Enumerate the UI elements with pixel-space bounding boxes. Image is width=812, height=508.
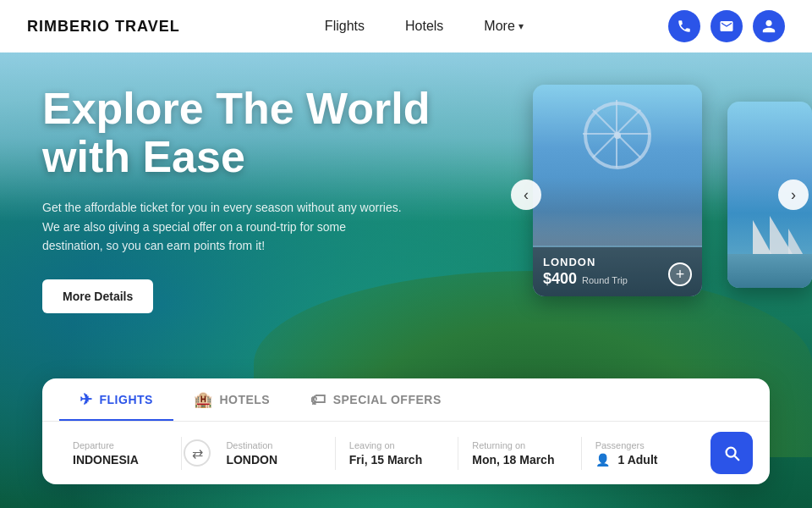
returning-value: Mon, 18 March (472, 453, 567, 467)
tab-special-offers[interactable]: 🏷 SPECIAL OFFERS (290, 378, 462, 421)
carousel-prev-button[interactable]: ‹ (511, 179, 541, 210)
destination-value: LONDON (226, 453, 321, 467)
swap-icon: ⇄ (192, 445, 203, 461)
search-bar: ✈ FLIGHTS 🏨 HOTELS 🏷 SPECIAL OFFERS Depa… (42, 378, 770, 484)
departure-field[interactable]: Departure INDONESIA (59, 437, 182, 470)
flights-tab-label: FLIGHTS (100, 393, 153, 406)
email-icon (719, 19, 734, 34)
hotels-tab-label: HOTELS (219, 393, 270, 406)
departure-label: Departure (73, 440, 167, 450)
returning-label: Returning on (472, 440, 567, 450)
search-icon (722, 444, 741, 462)
search-button[interactable] (710, 432, 753, 474)
swap-button[interactable]: ⇄ (184, 439, 211, 467)
hero-content: Explore The World with Ease Get the affo… (42, 85, 482, 313)
london-trip-type: Round Trip (582, 275, 628, 285)
sydney-water (727, 254, 812, 288)
offers-tab-label: SPECIAL OFFERS (333, 393, 442, 406)
chevron-down-icon: ▾ (518, 20, 524, 32)
nav-links: Flights Hotels More ▾ (325, 19, 524, 34)
leaving-label: Leaving on (349, 440, 444, 450)
phone-icon (677, 19, 692, 34)
passengers-value: 👤 1 Adult (595, 453, 690, 467)
leaving-value: Fri, 15 March (349, 453, 444, 467)
nav-link-hotels[interactable]: Hotels (405, 19, 443, 34)
carousel-card-london[interactable]: LONDON $400 Round Trip + (533, 85, 702, 296)
destination-label: Destination (226, 440, 321, 450)
email-button[interactable] (710, 10, 743, 42)
hotels-tab-icon: 🏨 (194, 390, 213, 409)
london-price: $400 (543, 270, 577, 288)
passengers-field[interactable]: Passengers 👤 1 Adult (582, 437, 704, 470)
user-icon (761, 19, 776, 34)
nav-icon-group (668, 10, 785, 42)
departure-value: INDONESIA (73, 453, 167, 467)
leaving-field[interactable]: Leaving on Fri, 15 March (336, 437, 458, 470)
sydney-opera-house (736, 216, 804, 258)
brand-logo: RIMBERIO TRAVEL (27, 18, 180, 36)
passenger-icon: 👤 (595, 453, 610, 467)
returning-field[interactable]: Returning on Mon, 18 March (458, 437, 581, 470)
passengers-label: Passengers (595, 440, 690, 450)
more-details-button[interactable]: More Details (42, 279, 153, 313)
user-button[interactable] (753, 10, 785, 42)
london-add-button[interactable]: + (668, 262, 692, 286)
search-tabs: ✈ FLIGHTS 🏨 HOTELS 🏷 SPECIAL OFFERS (42, 378, 770, 422)
destination-carousel: ‹ LON (508, 68, 812, 322)
tab-flights[interactable]: ✈ FLIGHTS (59, 378, 173, 421)
nav-link-flights[interactable]: Flights (325, 19, 365, 34)
nav-more-dropdown[interactable]: More ▾ (484, 19, 523, 34)
navbar: RIMBERIO TRAVEL Flights Hotels More ▾ (0, 0, 812, 52)
phone-button[interactable] (668, 10, 700, 42)
ferris-wheel-icon (584, 102, 651, 169)
flights-tab-icon: ✈ (80, 390, 93, 409)
offers-tab-icon: 🏷 (310, 391, 326, 409)
destination-field[interactable]: Destination LONDON (212, 437, 335, 470)
tab-hotels[interactable]: 🏨 HOTELS (173, 378, 290, 421)
search-fields: Departure INDONESIA ⇄ Destination LONDON… (42, 422, 770, 484)
hero-subtitle: Get the affordable ticket for you in eve… (42, 198, 406, 255)
hero-title: Explore The World with Ease (42, 85, 482, 181)
london-city-label: LONDON (543, 256, 692, 268)
london-buildings (533, 178, 702, 246)
swap-field: ⇄ (182, 439, 212, 467)
carousel-next-button[interactable]: › (778, 179, 809, 210)
nav-more-label: More (484, 19, 514, 34)
